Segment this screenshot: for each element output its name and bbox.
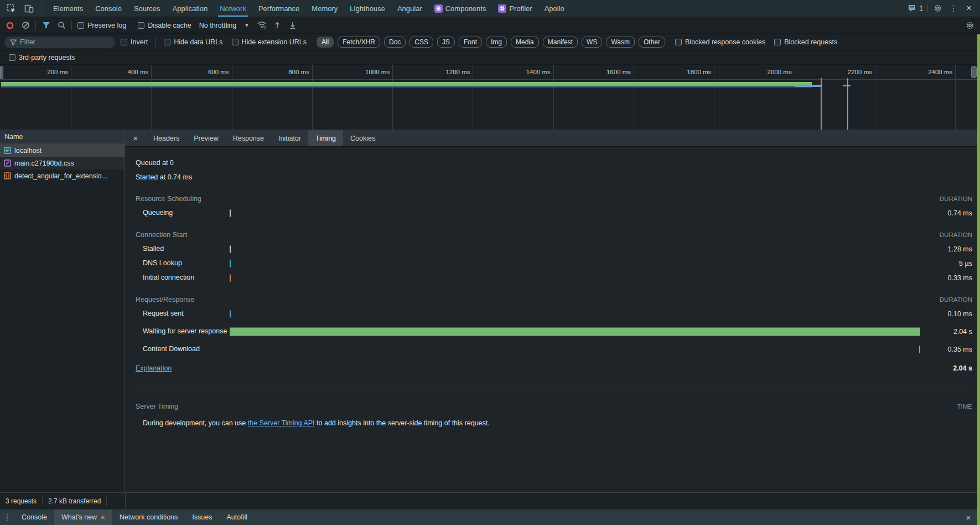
detail-tab-headers[interactable]: Headers (146, 130, 186, 146)
timing-total-value: 2.04 s (921, 364, 972, 372)
drawer-tab-issues[interactable]: Issues (185, 509, 219, 525)
tab-components[interactable]: Components (428, 0, 492, 17)
blocked-requests-checkbox[interactable]: Blocked requests (771, 38, 841, 46)
stylesheet-icon (4, 159, 11, 167)
filter-chip-js[interactable]: JS (437, 37, 455, 48)
filter-chip-css[interactable]: CSS (409, 37, 433, 48)
filter-chip-all[interactable]: All (317, 37, 334, 48)
filter-chip-img[interactable]: Img (486, 37, 507, 48)
tab-lighthouse[interactable]: Lighthouse (344, 0, 391, 17)
tab-angular[interactable]: Angular (391, 0, 428, 17)
issues-counter-icon[interactable]: 1 (906, 1, 925, 16)
tab-label: Performance (258, 4, 299, 13)
tab-network[interactable]: Network (214, 0, 252, 17)
blocked-response-cookies-checkbox[interactable]: Blocked response cookies (672, 38, 769, 46)
filter-input-pill[interactable] (4, 37, 115, 48)
tab-label: Apollo (545, 4, 564, 13)
disable-cache-checkbox[interactable]: Disable cache (134, 22, 195, 29)
detail-tab-preview[interactable]: Preview (186, 130, 225, 146)
corner-icons (0, 0, 47, 17)
tab-performance[interactable]: Performance (252, 0, 305, 17)
inspect-element-icon[interactable] (3, 1, 19, 16)
request-row[interactable]: localhost (0, 144, 125, 157)
drawer-tab-console[interactable]: Console (14, 509, 54, 525)
invert-checkbox[interactable]: Invert (117, 38, 151, 46)
explanation-link[interactable]: Explanation (136, 364, 172, 372)
checkbox[interactable] (138, 22, 144, 29)
drawer-menu-icon[interactable]: ⋮ (0, 509, 14, 525)
close-drawer-icon[interactable]: × (961, 509, 976, 525)
drawer-tab-autofill[interactable]: Autofill (219, 509, 255, 525)
tab-profiler[interactable]: Profiler (492, 0, 538, 17)
name-column-header[interactable]: Name (0, 130, 125, 144)
timing-row: Initial connection0.33 ms (136, 271, 972, 285)
close-detail-icon[interactable]: × (125, 130, 146, 146)
checkbox[interactable] (121, 39, 127, 45)
ruler-tick: 1800 ms (634, 65, 714, 79)
filter-chip-fetch-xhr[interactable]: Fetch/XHR (338, 37, 380, 48)
tab-apollo[interactable]: Apollo (538, 0, 571, 17)
throttling-select[interactable]: No throttling ▼ (195, 22, 254, 29)
overview-request-bar[interactable] (1, 82, 812, 86)
drawer-tab-network-conditions[interactable]: Network conditions (112, 509, 185, 525)
timing-phase-duration: 2.04 s (921, 328, 972, 336)
kebab-menu-icon[interactable]: ⋮ (946, 1, 961, 16)
detail-tab-cookies[interactable]: Cookies (343, 130, 382, 146)
filter-chip-media[interactable]: Media (511, 37, 539, 48)
filter-chip-wasm[interactable]: Wasm (606, 37, 635, 48)
close-devtools-icon[interactable]: × (961, 1, 977, 16)
filter-chip-other[interactable]: Other (639, 37, 665, 48)
filter-chip-ws[interactable]: WS (582, 37, 602, 48)
request-detail-panel: × HeadersPreviewResponseInitiatorTimingC… (125, 130, 980, 492)
tab-console[interactable]: Console (89, 0, 128, 17)
drawer-tab-what-s-new[interactable]: What's new× (54, 509, 112, 525)
checkbox[interactable] (232, 39, 238, 45)
tab-sources[interactable]: Sources (128, 0, 167, 17)
timing-phase-duration: 0.33 ms (921, 274, 972, 282)
checkbox[interactable] (164, 39, 170, 45)
search-icon[interactable] (54, 18, 69, 33)
network-overview[interactable]: 200 ms400 ms600 ms800 ms1000 ms1200 ms14… (0, 65, 980, 130)
third-party-requests-checkbox[interactable]: 3rd-party requests (6, 54, 78, 61)
network-conditions-icon[interactable] (254, 18, 269, 33)
filter-toggle-icon[interactable] (38, 18, 54, 33)
filter-chip-manifest[interactable]: Manifest (543, 37, 578, 48)
import-har-icon[interactable] (269, 18, 285, 33)
filter-chip-doc[interactable]: Doc (384, 37, 406, 48)
tab-elements[interactable]: Elements (47, 0, 89, 17)
filter-chip-font[interactable]: Font (459, 37, 482, 48)
close-tab-icon[interactable]: × (101, 513, 105, 522)
checkbox[interactable] (774, 39, 781, 45)
server-timing-api-link[interactable]: the Server Timing API (248, 419, 315, 427)
request-row[interactable]: detect_angular_for_extensio… (0, 169, 125, 182)
checkbox[interactable] (9, 54, 15, 61)
checkbox[interactable] (675, 39, 682, 45)
overview-secondary-bar (795, 85, 822, 87)
overview-left-handle[interactable] (0, 66, 3, 79)
scrollbar-thumb[interactable] (971, 66, 977, 78)
tab-application[interactable]: Application (167, 0, 214, 17)
timing-section-title: Connection Start (136, 231, 187, 239)
request-row[interactable]: main.c27190bd.css (0, 157, 125, 169)
checkbox[interactable] (77, 22, 84, 29)
export-har-icon[interactable] (285, 18, 300, 33)
detail-tab-response[interactable]: Response (226, 130, 271, 146)
detail-tab-timing[interactable]: Timing (308, 130, 343, 146)
timing-phase-chart (230, 326, 921, 338)
filter-input[interactable] (20, 38, 97, 46)
timing-phase-label: DNS Lookup (136, 259, 230, 268)
tabbar-right-controls: 1 ⋮ × (906, 0, 980, 17)
tab-label: Lighthouse (350, 4, 385, 13)
hide-extension-urls-checkbox[interactable]: Hide extension URLs (229, 38, 310, 46)
tab-memory[interactable]: Memory (305, 0, 344, 17)
record-network-log-icon[interactable] (2, 18, 18, 33)
tab-label: Profiler (509, 4, 532, 13)
settings-gear-icon[interactable] (930, 1, 946, 16)
clear-network-log-icon[interactable] (18, 18, 33, 33)
hide-data-urls-checkbox[interactable]: Hide data URLs (160, 38, 226, 46)
device-toolbar-icon[interactable] (21, 1, 37, 16)
network-settings-gear-icon[interactable] (962, 18, 978, 33)
tab-label: Application (173, 4, 208, 13)
detail-tab-initiator[interactable]: Initiator (271, 130, 308, 146)
preserve-log-checkbox[interactable]: Preserve log (74, 22, 129, 29)
